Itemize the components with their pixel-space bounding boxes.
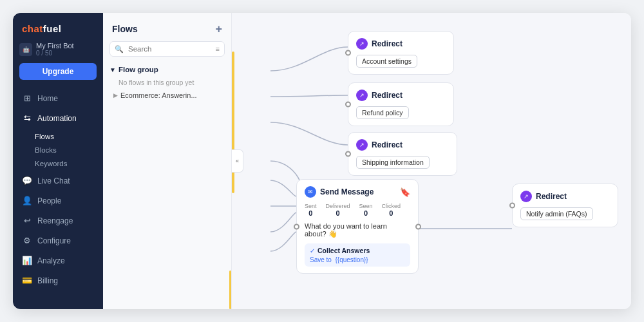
collect-variable: {{question}}: [335, 256, 368, 263]
collect-answers-block[interactable]: ✓ Collect Answers Save to {{question}}: [305, 243, 410, 267]
flows-list-item[interactable]: ▶ Ecommerce: Answerin...: [109, 89, 225, 102]
redirect3-title: Redirect: [372, 140, 402, 149]
sidebar-subitem-flows[interactable]: Flows: [30, 130, 99, 143]
redirect2-chip: Refund policy: [356, 106, 409, 119]
app-container: chatfuel 🤖 My First Bot 0 / 50 Upgrade ⊞…: [13, 13, 631, 309]
redirect4-header: ↗ Redirect: [520, 191, 610, 202]
flows-header: Flows +: [103, 13, 231, 41]
sendmsg-output-dot: [415, 223, 421, 229]
bot-icon: 🤖: [19, 43, 32, 56]
sendmsg-stats: Sent 0 Delivered 0 Seen 0 Clicked 0: [305, 203, 410, 217]
home-icon: ⊞: [22, 93, 32, 103]
sidebar-item-livechat[interactable]: 💬 Live Chat: [17, 171, 99, 190]
bot-info: 🤖 My First Bot 0 / 50: [13, 42, 103, 63]
sidebar-item-billing[interactable]: 💳 Billing: [17, 271, 99, 290]
collect-icon: ✓: [310, 247, 315, 254]
flows-group: ▼ Flow group No flows in this group yet …: [103, 63, 231, 102]
filter-icon[interactable]: ≡: [216, 45, 220, 53]
sendmsg-title: Send Message: [320, 187, 374, 196]
collapse-button[interactable]: «: [232, 149, 243, 173]
redirect2-header: ↗ Redirect: [356, 90, 446, 101]
flows-panel-bottom: [103, 102, 231, 267]
configure-icon: ⚙: [22, 236, 32, 245]
flows-search: 🔍 ≡: [109, 41, 225, 57]
ecommerce-flow-label: Ecommerce: Answerin...: [120, 91, 197, 99]
redirect4-chip: Notify admin (FAQs): [520, 207, 593, 220]
item-arrow-icon: ▶: [113, 92, 118, 99]
redirect2-input-dot: [345, 102, 351, 108]
stat-seen: Seen 0: [359, 203, 373, 217]
sendmsg-header: ✉ Send Message 🔖: [305, 186, 410, 198]
reengage-icon: ↩: [22, 216, 32, 225]
redirect1-input-dot: [345, 50, 351, 56]
sidebar-item-reengage[interactable]: ↩ Reengage: [17, 211, 99, 230]
collect-title: Collect Answers: [317, 247, 370, 254]
redirect3-chip: Shipping information: [356, 156, 430, 169]
canvas-area: « ↗ Redirect: [232, 13, 631, 309]
flow-group-name: Flow group: [118, 66, 158, 73]
group-arrow-icon: ▼: [109, 66, 116, 73]
redirect-node-3[interactable]: ↗ Redirect Shipping information: [348, 132, 457, 176]
sidebar-nav: ⊞ Home ⇆ Automation Flows Blocks Keyword…: [13, 89, 103, 309]
no-flows-text: No flows in this group yet: [109, 76, 225, 89]
redirect-node-2[interactable]: ↗ Redirect Refund policy: [348, 82, 454, 126]
sidebar-item-automation[interactable]: ⇆ Automation: [17, 109, 99, 128]
flows-add-button[interactable]: +: [215, 23, 222, 35]
redirect-node-1[interactable]: ↗ Redirect Account settings: [348, 31, 454, 75]
automation-submenu: Flows Blocks Keywords: [30, 130, 99, 170]
redirect4-input-dot: [509, 203, 515, 209]
flows-divider: [229, 270, 231, 309]
redirect1-header: ↗ Redirect: [356, 38, 446, 50]
sendmsg-input-dot: [294, 223, 299, 229]
bot-count: 0 / 50: [36, 50, 74, 57]
sidebar-subitem-keywords[interactable]: Keywords: [30, 157, 99, 170]
redirect1-icon: ↗: [356, 38, 368, 50]
people-icon: 👤: [22, 196, 32, 205]
stat-sent: Sent 0: [305, 203, 317, 217]
redirect1-chip: Account settings: [356, 55, 417, 68]
stat-delivered: Delivered 0: [326, 203, 350, 217]
upgrade-button[interactable]: Upgrade: [19, 63, 97, 80]
redirect4-title: Redirect: [536, 192, 567, 201]
redirect3-icon: ↗: [356, 139, 368, 151]
automation-icon: ⇆: [22, 113, 32, 123]
stat-clicked: Clicked 0: [382, 203, 401, 217]
redirect2-icon: ↗: [356, 90, 368, 101]
analyze-icon: 📊: [22, 256, 32, 265]
sidebar-subitem-blocks[interactable]: Blocks: [30, 144, 99, 156]
redirect2-title: Redirect: [372, 91, 402, 100]
sidebar-item-home[interactable]: ⊞ Home: [17, 89, 99, 108]
send-message-node[interactable]: ✉ Send Message 🔖 Sent 0 Delivered 0 Seen…: [296, 179, 419, 274]
collect-header: ✓ Collect Answers: [310, 247, 405, 254]
flows-panel: Flows + 🔍 ≡ ▼ Flow group No flows in thi…: [103, 13, 232, 309]
bot-name: My First Bot: [36, 42, 74, 50]
sendmsg-header-left: ✉ Send Message: [305, 186, 374, 198]
redirect3-input-dot: [345, 151, 351, 157]
sidebar-item-people[interactable]: 👤 People: [17, 191, 99, 210]
sidebar: chatfuel 🤖 My First Bot 0 / 50 Upgrade ⊞…: [13, 13, 103, 309]
billing-icon: 💳: [22, 276, 32, 285]
redirect1-title: Redirect: [372, 39, 402, 48]
sendmsg-bookmark-icon: 🔖: [400, 187, 410, 197]
logo: chatfuel: [13, 13, 103, 42]
collect-save: Save to {{question}}: [310, 256, 405, 263]
sendmsg-icon: ✉: [305, 186, 316, 198]
flows-group-header[interactable]: ▼ Flow group: [109, 63, 225, 76]
search-icon: 🔍: [115, 45, 124, 53]
redirect4-icon: ↗: [520, 191, 532, 202]
sidebar-item-analyze[interactable]: 📊 Analyze: [17, 251, 99, 270]
redirect-node-4[interactable]: ↗ Redirect Notify admin (FAQs): [512, 184, 618, 227]
livechat-icon: 💬: [22, 176, 32, 185]
search-input[interactable]: [109, 41, 225, 57]
flows-title: Flows: [112, 24, 138, 34]
redirect3-header: ↗ Redirect: [356, 139, 449, 151]
sidebar-item-configure[interactable]: ⚙ Configure: [17, 231, 99, 250]
sendmsg-text: What do you want to learn about? 👋: [305, 222, 410, 238]
